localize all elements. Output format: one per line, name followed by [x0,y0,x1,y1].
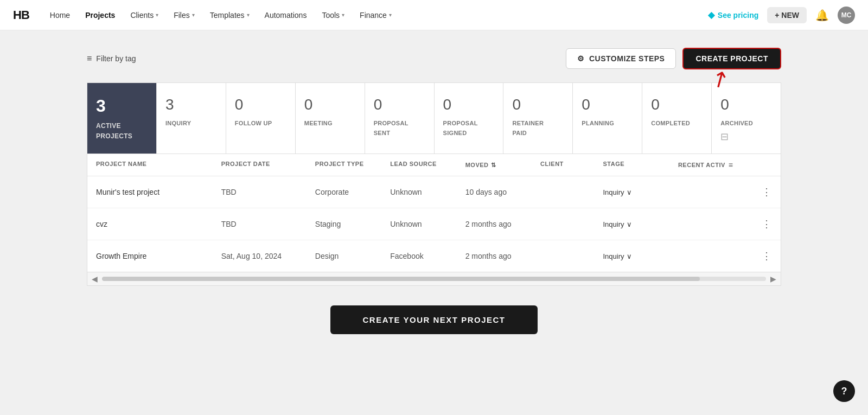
stage-count-active: 3 [96,96,148,116]
column-settings-icon[interactable]: ≡ [729,161,733,169]
create-next-project-button[interactable]: CREATE YOUR NEXT PROJECT [330,305,538,334]
moved-2: 2 months ago [465,220,540,228]
table-row: Growth Empire Sat, Aug 10, 2024 Design F… [87,240,781,272]
stage-label-archived: ARCHIVED [720,120,753,126]
logo[interactable]: HB [13,8,29,22]
diamond-icon: ◆ [708,10,714,20]
filter-icon: ≡ [87,54,92,63]
stage-card-proposal-signed[interactable]: 0 PROPOSALSIGNED [435,83,504,154]
chevron-down-icon: ▾ [389,12,392,18]
stage-2[interactable]: Inquiry ∨ [603,220,678,228]
avatar[interactable]: MC [838,7,855,24]
chevron-down-icon: ∨ [627,188,632,196]
nav-tools[interactable]: Tools ▾ [322,11,344,20]
th-client: CLIENT [540,161,603,169]
activity-1: ⋮ [678,186,772,198]
customize-steps-button[interactable]: ⚙ CUSTOMIZE STEPS [566,48,676,69]
stage-card-planning[interactable]: 0 PLANNING [573,83,642,154]
stage-label-planning: PLANNING [582,120,614,126]
top-bar: ≡ Filter by tag ⚙ CUSTOMIZE STEPS CREATE… [87,48,781,69]
row-menu-icon-1[interactable]: ⋮ [762,186,772,198]
nav-finance[interactable]: Finance ▾ [360,11,392,20]
sort-icon[interactable]: ⇅ [491,162,496,169]
stage-card-proposal-sent[interactable]: 0 PROPOSALSENT [365,83,435,154]
stage-count-completed: 0 [651,96,703,113]
th-lead-source: LEAD SOURCE [390,161,465,169]
chevron-down-icon: ∨ [627,220,632,228]
stage-label-active: ACTIVEPROJECTS [96,122,132,140]
chevron-down-icon: ▾ [247,12,250,18]
project-name-1[interactable]: Munir's test project [96,188,221,196]
nav-right: ◆ See pricing + NEW 🔔 MC [708,7,855,24]
th-moved: MOVED ⇅ [465,161,540,169]
stage-count-inquiry: 3 [165,96,217,113]
bell-icon[interactable]: 🔔 [815,9,829,22]
nav-automations[interactable]: Automations [265,11,307,20]
nav-files[interactable]: Files ▾ [174,11,195,20]
stage-card-inquiry[interactable]: 3 INQUIRY [157,83,226,154]
row-menu-icon-2[interactable]: ⋮ [762,218,772,230]
stage-dropdown-1[interactable]: Inquiry ∨ [603,188,678,196]
chevron-down-icon: ▾ [156,12,158,18]
table-row: Munir's test project TBD Corporate Unkno… [87,176,781,208]
project-type-3: Design [315,252,390,260]
stage-label-completed: COMPLETED [651,120,690,126]
scroll-thumb [102,277,700,281]
stage-dropdown-2[interactable]: Inquiry ∨ [603,220,678,228]
stage-label-inquiry: INQUIRY [165,120,192,126]
projects-table: PROJECT NAME PROJECT DATE PROJECT TYPE L… [87,154,781,272]
stage-label-proposal-sent: PROPOSALSENT [374,120,409,136]
stage-count-meeting: 0 [304,96,356,113]
horizontal-scrollbar: ◀ ▶ [87,272,781,286]
chevron-down-icon: ∨ [627,252,632,260]
moved-1: 10 days ago [465,188,540,196]
gear-icon: ⚙ [577,54,585,63]
filter-by-tag[interactable]: ≡ Filter by tag [87,54,136,63]
stage-count-planning: 0 [582,96,633,113]
stage-3[interactable]: Inquiry ∨ [603,252,678,260]
archive-icon: ⊟ [720,131,772,143]
stage-card-meeting[interactable]: 0 MEETING [296,83,365,154]
th-recent-activity: RECENT ACTIV ≡ [678,161,772,169]
stage-card-active[interactable]: 3 ACTIVEPROJECTS [87,83,157,154]
stage-card-retainer[interactable]: 0 RETAINERPAID [503,83,573,154]
moved-3: 2 months ago [465,252,540,260]
th-project-name: PROJECT NAME [96,161,221,169]
project-name-3[interactable]: Growth Empire [96,252,221,260]
new-button[interactable]: + NEW [767,7,807,23]
project-type-2: Staging [315,220,390,228]
scroll-track[interactable] [102,277,766,281]
cta-container: CREATE YOUR NEXT PROJECT [87,286,781,345]
activity-3: ⋮ [678,250,772,262]
stage-card-followup[interactable]: 0 FOLLOW UP [226,83,296,154]
stage-card-archived[interactable]: 0 ARCHIVED ⊟ [712,83,781,154]
th-project-type: PROJECT TYPE [315,161,390,169]
lead-source-3: Facebook [390,252,465,260]
nav-home[interactable]: Home [50,11,70,20]
activity-2: ⋮ [678,218,772,230]
lead-source-2: Unknown [390,220,465,228]
help-button[interactable]: ? [833,380,855,402]
stage-card-completed[interactable]: 0 COMPLETED [642,83,712,154]
row-menu-icon-3[interactable]: ⋮ [762,250,772,262]
stage-cards: 3 ACTIVEPROJECTS 3 INQUIRY 0 FOLLOW UP 0… [87,82,781,154]
nav-templates[interactable]: Templates ▾ [210,11,250,20]
project-name-2[interactable]: cvz [96,220,221,228]
scroll-right-icon[interactable]: ▶ [770,274,776,283]
see-pricing-button[interactable]: ◆ See pricing [708,10,758,20]
nav-projects[interactable]: Projects [85,11,115,20]
chevron-down-icon: ▾ [342,12,344,18]
project-type-1: Corporate [315,188,390,196]
stage-count-archived: 0 [720,96,772,113]
scroll-left-icon[interactable]: ◀ [92,274,98,283]
stage-count-followup: 0 [235,96,286,113]
create-project-button[interactable]: CREATE PROJECT [682,48,781,69]
th-stage: STAGE [603,161,678,169]
top-actions: ⚙ CUSTOMIZE STEPS CREATE PROJECT [566,48,781,69]
lead-source-1: Unknown [390,188,465,196]
nav-clients[interactable]: Clients ▾ [130,11,158,20]
stage-1[interactable]: Inquiry ∨ [603,188,678,196]
stage-dropdown-3[interactable]: Inquiry ∨ [603,252,678,260]
stage-count-proposal-sent: 0 [374,96,425,113]
project-date-2: TBD [221,220,315,228]
